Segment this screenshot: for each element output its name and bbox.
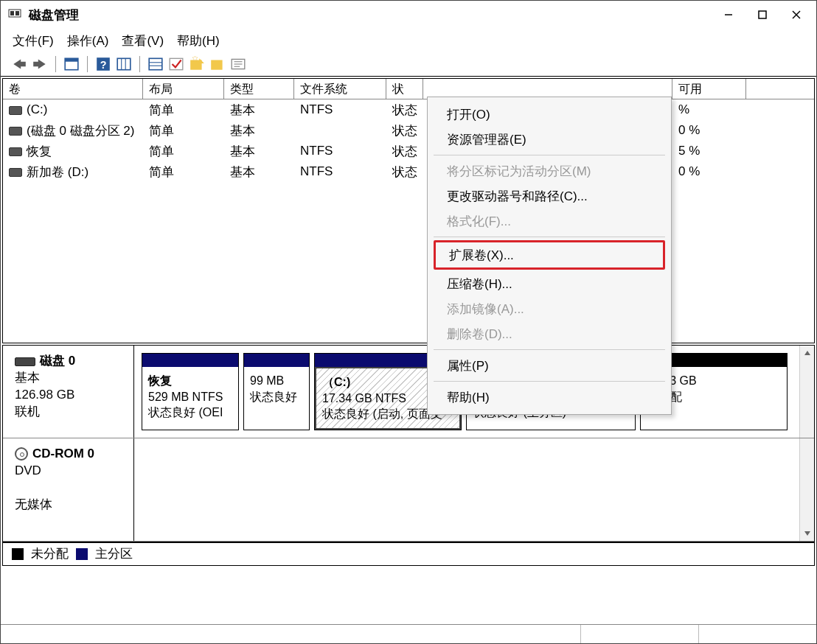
svg-rect-4 (759, 11, 766, 18)
ctx-format: 格式化(F)... (428, 209, 671, 234)
disk-0-name: 磁盘 0 (40, 354, 75, 368)
volume-table: 卷 布局 类型 文件系统 状 可用 (C:)简单基本NTFS状态%(磁盘 0 磁… (2, 78, 815, 343)
ctx-separator (434, 237, 665, 237)
app-icon (8, 7, 21, 23)
table-row[interactable]: 恢复简单基本NTFS状态5 % (3, 141, 814, 161)
ctx-delete-volume: 删除卷(D)... (428, 321, 671, 346)
disk-0-size: 126.98 GB (15, 387, 122, 404)
separator (55, 56, 56, 72)
graphical-pane: 磁盘 0 基本 126.98 GB 联机 恢复529 MB NTFS状态良好 (… (2, 345, 815, 542)
settings-icon[interactable] (230, 56, 246, 72)
ctx-mark-active: 将分区标记为活动分区(M) (428, 158, 671, 183)
ctx-separator (434, 381, 665, 382)
cdrom-empty (134, 438, 799, 541)
menu-bar: 文件(F) 操作(A) 查看(V) 帮助(H) (1, 29, 816, 52)
table-row[interactable]: (磁盘 0 磁盘分区 2)简单基本状态0 % (3, 120, 814, 141)
folder-icon[interactable] (209, 56, 226, 72)
svg-rect-1 (10, 11, 14, 15)
ctx-open[interactable]: 打开(O) (428, 102, 671, 127)
help-icon[interactable]: ? (95, 56, 111, 72)
maximize-button[interactable] (745, 3, 779, 27)
scroll-up-icon[interactable] (799, 346, 814, 438)
svg-marker-22 (192, 56, 198, 60)
partition[interactable]: 恢复529 MB NTFS状态良好 (OEI (142, 353, 239, 430)
partition-body: 恢复529 MB NTFS状态良好 (OEI (142, 367, 238, 430)
scroll-down-icon[interactable] (799, 438, 814, 541)
new-icon[interactable] (189, 56, 205, 72)
menu-help[interactable]: 帮助(H) (177, 32, 220, 49)
separator (87, 56, 88, 72)
partition-bar (244, 354, 309, 367)
refresh-icon[interactable] (63, 56, 80, 72)
table-body: (C:)简单基本NTFS状态%(磁盘 0 磁盘分区 2)简单基本状态0 %恢复简… (3, 99, 814, 343)
ctx-shrink-volume[interactable]: 压缩卷(H)... (428, 271, 671, 296)
ctx-help[interactable]: 帮助(H) (428, 385, 671, 410)
ctx-add-mirror: 添加镜像(A)... (428, 296, 671, 321)
disk-0-row: 磁盘 0 基本 126.98 GB 联机 恢复529 MB NTFS状态良好 (… (3, 346, 814, 438)
svg-rect-23 (211, 60, 222, 70)
disk-0-status: 联机 (15, 404, 122, 421)
legend-primary: 主分区 (95, 545, 133, 562)
disk-management-window: 磁盘管理 文件(F) 操作(A) 查看(V) 帮助(H) ? 卷 (0, 0, 817, 644)
volume-icon (9, 147, 22, 156)
back-icon[interactable] (11, 56, 27, 72)
svg-marker-28 (804, 351, 810, 355)
col-volume[interactable]: 卷 (3, 79, 143, 99)
svg-rect-2 (15, 11, 19, 15)
columns-icon[interactable] (116, 56, 132, 72)
menu-action[interactable]: 操作(A) (67, 32, 109, 49)
col-layout[interactable]: 布局 (143, 79, 224, 99)
cdrom-info: CD-ROM 0 DVD 无媒体 (3, 438, 134, 541)
minimize-button[interactable] (712, 3, 745, 27)
col-free[interactable]: 可用 (672, 79, 746, 99)
volume-icon (9, 106, 22, 115)
cdrom-type: DVD (15, 463, 122, 480)
svg-marker-8 (33, 59, 46, 69)
disk-icon (15, 357, 35, 366)
svg-rect-13 (117, 58, 131, 69)
window-controls (712, 3, 813, 27)
title-bar: 磁盘管理 (1, 1, 816, 29)
legend-unallocated: 未分配 (31, 545, 69, 562)
partition-bar (142, 354, 238, 367)
ctx-extend-volume[interactable]: 扩展卷(X)... (434, 240, 665, 270)
svg-marker-21 (199, 58, 204, 63)
window-title: 磁盘管理 (29, 7, 79, 24)
toolbar: ? (1, 52, 816, 76)
volume-icon (9, 127, 22, 136)
table-row[interactable]: (C:)简单基本NTFS状态% (3, 99, 814, 120)
cdrom-status: 无媒体 (15, 497, 122, 514)
forward-icon[interactable] (32, 56, 48, 72)
close-button[interactable] (779, 3, 813, 27)
ctx-explorer[interactable]: 资源管理器(E) (428, 127, 671, 152)
ctx-separator (434, 155, 665, 155)
col-cap[interactable] (423, 79, 672, 99)
ctx-change-letter[interactable]: 更改驱动器号和路径(C)... (428, 183, 671, 209)
svg-marker-7 (13, 59, 26, 69)
legend-swatch-unallocated (12, 548, 24, 560)
legend: 未分配 主分区 (2, 542, 815, 566)
partition-body: 99 MB状态良好 (244, 367, 309, 430)
volume-icon (9, 168, 22, 177)
legend-swatch-primary (76, 548, 88, 560)
col-type[interactable]: 类型 (224, 79, 294, 99)
svg-marker-29 (804, 531, 810, 536)
ctx-properties[interactable]: 属性(P) (428, 353, 671, 378)
menu-view[interactable]: 查看(V) (122, 32, 164, 49)
table-header: 卷 布局 类型 文件系统 状 可用 (3, 79, 814, 99)
svg-rect-10 (65, 58, 78, 61)
menu-file[interactable]: 文件(F) (13, 32, 54, 49)
cdrom-row: CD-ROM 0 DVD 无媒体 (3, 438, 814, 542)
list-icon[interactable] (147, 56, 164, 72)
col-status[interactable]: 状 (386, 79, 423, 99)
col-fs[interactable]: 文件系统 (294, 79, 386, 99)
ctx-separator (434, 349, 665, 350)
svg-rect-16 (149, 58, 162, 69)
check-icon[interactable] (168, 56, 184, 72)
disk-0-type: 基本 (15, 370, 122, 387)
partition[interactable]: 99 MB状态良好 (243, 353, 310, 430)
status-bar (1, 624, 816, 643)
separator (139, 56, 140, 72)
table-row[interactable]: 新加卷 (D:)简单基本NTFS状态0 % (3, 161, 814, 182)
disk-0-info: 磁盘 0 基本 126.98 GB 联机 (3, 346, 134, 438)
